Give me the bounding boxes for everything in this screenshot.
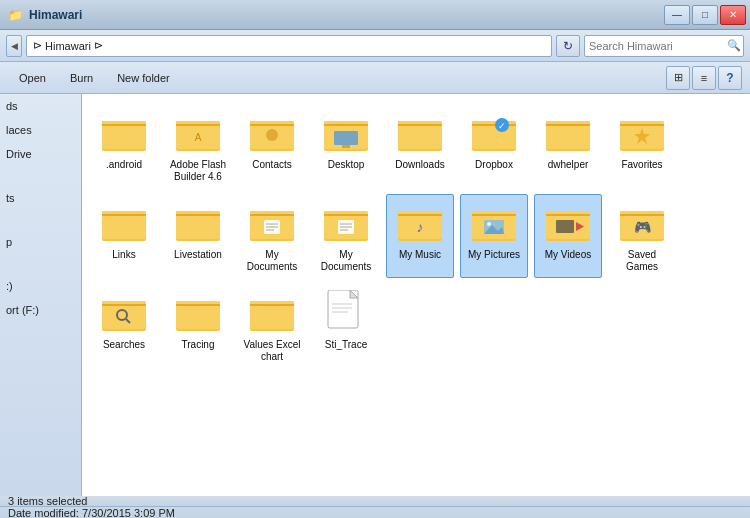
svg-rect-84	[620, 214, 664, 216]
folder-icon	[544, 199, 592, 247]
svg-rect-37	[620, 124, 664, 126]
folder-icon	[470, 199, 518, 247]
file-item[interactable]: My Documents	[312, 194, 380, 278]
file-item[interactable]: My Documents	[238, 194, 306, 278]
close-button[interactable]: ✕	[720, 5, 746, 25]
sidebar-item-4[interactable]: p	[0, 230, 81, 254]
toolbar: Open Burn New folder ⊞ ≡ ?	[0, 62, 750, 94]
search-icon[interactable]: 🔍	[727, 39, 741, 52]
address-input[interactable]: ⊳ Himawari ⊳	[26, 35, 552, 57]
status-modified: Date modified: 7/30/2015 3:09 PM	[0, 507, 750, 518]
files-grid: .android A Adobe Flash Builder 4.6	[90, 104, 742, 368]
file-item[interactable]: My Videos	[534, 194, 602, 278]
open-button[interactable]: Open	[8, 66, 57, 90]
file-label: My Documents	[315, 249, 377, 273]
minimize-button[interactable]: —	[664, 5, 690, 25]
file-item[interactable]: ♪ My Music	[386, 194, 454, 278]
svg-rect-78	[546, 214, 590, 216]
file-item[interactable]: Tracing	[164, 284, 232, 368]
svg-rect-89	[102, 304, 146, 306]
svg-text:♪: ♪	[417, 219, 424, 235]
folder-icon: ♪	[396, 199, 444, 247]
file-doc-icon	[322, 289, 370, 337]
file-label: Desktop	[328, 159, 365, 171]
svg-rect-42	[102, 214, 146, 216]
file-area[interactable]: .android A Adobe Flash Builder 4.6	[82, 94, 750, 496]
svg-rect-66	[398, 214, 442, 216]
svg-text:A: A	[195, 132, 202, 143]
view-details-button[interactable]: ≡	[692, 66, 716, 90]
file-label: Adobe Flash Builder 4.6	[167, 159, 229, 183]
back-button[interactable]: ◀	[6, 35, 22, 57]
svg-rect-23	[398, 124, 442, 126]
burn-button[interactable]: Burn	[59, 66, 104, 90]
view-icons-button[interactable]: ⊞	[666, 66, 690, 90]
sidebar-item-5[interactable]: :)	[0, 274, 81, 298]
svg-rect-33	[546, 124, 590, 126]
main-area: ds laces Drive ts p :) ort (F:)	[0, 94, 750, 496]
folder-icon: ✓	[470, 109, 518, 157]
status-bar: 3 items selected Date modified: 7/30/201…	[0, 496, 750, 518]
sidebar: ds laces Drive ts p :) ort (F:)	[0, 94, 82, 496]
file-item[interactable]: dwhelper	[534, 104, 602, 188]
sidebar-item-6[interactable]: ort (F:)	[0, 298, 81, 322]
file-label: Searches	[103, 339, 145, 351]
folder-icon	[618, 109, 666, 157]
file-item[interactable]: Livestation	[164, 194, 232, 278]
file-label: Dropbox	[475, 159, 513, 171]
svg-rect-27	[472, 124, 516, 126]
folder-icon	[248, 109, 296, 157]
svg-rect-3	[102, 124, 146, 126]
file-item[interactable]: Favorites	[608, 104, 676, 188]
file-item[interactable]: 🎮 Saved Games	[608, 194, 676, 278]
file-item[interactable]: A Adobe Flash Builder 4.6	[164, 104, 232, 188]
svg-rect-50	[250, 214, 294, 216]
help-button[interactable]: ?	[718, 66, 742, 90]
file-item[interactable]: .android	[90, 104, 158, 188]
maximize-button[interactable]: □	[692, 5, 718, 25]
folder-icon	[174, 289, 222, 337]
folder-icon	[174, 199, 222, 247]
file-item[interactable]: Links	[90, 194, 158, 278]
status-selected: 3 items selected	[0, 496, 750, 507]
new-folder-button[interactable]: New folder	[106, 66, 181, 90]
window-icon: 📁	[8, 8, 23, 22]
svg-rect-7	[176, 124, 220, 126]
folder-icon	[100, 109, 148, 157]
file-item[interactable]: ✓ Dropbox	[460, 104, 528, 188]
file-label: Sti_Trace	[325, 339, 367, 351]
view-buttons: ⊞ ≡	[666, 66, 716, 90]
svg-rect-58	[324, 214, 368, 216]
file-label: My Music	[399, 249, 441, 261]
file-item[interactable]: Desktop	[312, 104, 380, 188]
file-item[interactable]: Searches	[90, 284, 158, 368]
refresh-button[interactable]: ↻	[556, 35, 580, 57]
file-item[interactable]: My Pictures	[460, 194, 528, 278]
address-path: Himawari	[45, 40, 91, 52]
folder-icon	[322, 109, 370, 157]
svg-rect-19	[342, 145, 350, 148]
sidebar-item-2[interactable]: Drive	[0, 142, 81, 166]
file-label: Saved Games	[611, 249, 673, 273]
date-modified: Date modified: 7/30/2015 3:09 PM	[8, 507, 175, 518]
sidebar-item-1[interactable]: laces	[0, 118, 81, 142]
search-box[interactable]: 🔍	[584, 35, 744, 57]
svg-text:✓: ✓	[498, 121, 506, 131]
file-label: Tracing	[182, 339, 215, 351]
file-item[interactable]: Contacts	[238, 104, 306, 188]
search-input[interactable]	[589, 40, 727, 52]
file-item[interactable]: Downloads	[386, 104, 454, 188]
breadcrumb-arrow: ⊳	[94, 39, 103, 52]
file-item[interactable]: Sti_Trace	[312, 284, 380, 368]
svg-rect-46	[176, 214, 220, 216]
svg-rect-79	[556, 220, 574, 233]
sidebar-item-3[interactable]: ts	[0, 186, 81, 210]
file-label: Values Excel chart	[241, 339, 303, 363]
file-item[interactable]: Values Excel chart	[238, 284, 306, 368]
file-label: My Pictures	[468, 249, 520, 261]
sidebar-item-0[interactable]: ds	[0, 94, 81, 118]
folder-icon	[248, 199, 296, 247]
folder-icon	[322, 199, 370, 247]
title-bar-controls: — □ ✕	[664, 5, 746, 25]
folder-icon	[544, 109, 592, 157]
